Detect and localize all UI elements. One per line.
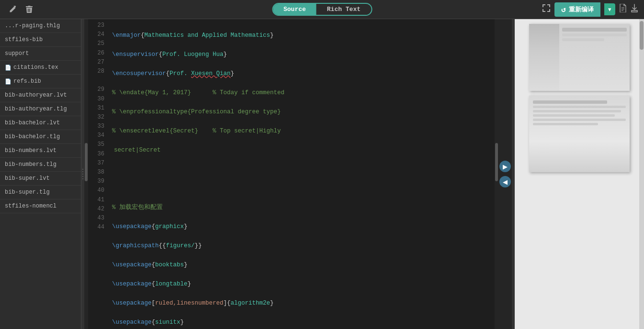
- document-button[interactable]: [619, 4, 627, 15]
- code-line-35: \usepackage{longtable}: [112, 279, 491, 289]
- code-line-37: \usepackage{siunitx}: [112, 318, 491, 327]
- code-line-24: \ensupervisor{Prof. Luogeng Hua}: [112, 50, 491, 59]
- top-bar-right-actions: ↺ 重新编译 ▾: [542, 2, 644, 17]
- sidebar-item-11[interactable]: bib-super.lvt: [0, 172, 81, 186]
- preview-scrollbar[interactable]: [639, 19, 644, 329]
- right-scroll-thumb: [495, 143, 498, 181]
- preview-line-3: [562, 38, 604, 41]
- preview-right-col: [559, 24, 630, 91]
- sidebar-item-10[interactable]: bib-numbers.tlg: [0, 158, 81, 172]
- sidebar-item-9[interactable]: bib-numbers.lvt: [0, 144, 81, 158]
- code-line-31: % 加载宏包和配置: [112, 203, 491, 212]
- sidebar-item-3[interactable]: 📄 citations.tex: [0, 61, 81, 75]
- sidebar-label: citations.tex: [13, 64, 58, 71]
- edit-button[interactable]: [7, 4, 18, 15]
- sidebar-item-1[interactable]: stfiles-bib: [0, 33, 81, 47]
- left-scroll-thumb: [85, 143, 88, 181]
- navigate-right-button[interactable]: ▶: [499, 161, 511, 172]
- preview-page-1: [529, 24, 630, 91]
- code-line-34: \usepackage{booktabs}: [112, 260, 491, 270]
- preview-line-2: [562, 33, 627, 36]
- preview-page-2: [529, 96, 630, 172]
- sidebar-item-7[interactable]: bib-bachelor.lvt: [0, 116, 81, 130]
- line-numbers: 23 24 25 26 27 28 29 30 31 32 33 34 35 3…: [88, 19, 108, 329]
- editor-scroll-area[interactable]: 23 24 25 26 27 28 29 30 31 32 33 34 35 3…: [84, 19, 498, 329]
- sidebar-item-6[interactable]: bib-authoryear.tlg: [0, 102, 81, 116]
- code-line-33: \graphicspath{{figures/}}: [112, 241, 491, 251]
- preview-text-line-2: [533, 106, 626, 108]
- right-scroll-strip: [495, 19, 498, 329]
- code-line-28a: % \ensecretlevel{Secret} % Top secret|Hi…: [112, 126, 491, 136]
- code-line-36: \usepackage[ruled,linesnumbered]{algorit…: [112, 298, 491, 308]
- sidebar-item-4[interactable]: 📄 refs.bib: [0, 75, 81, 88]
- retranslate-button[interactable]: ↺ 重新编译: [554, 2, 600, 17]
- delete-button[interactable]: [24, 4, 34, 15]
- retranslate-icon: ↺: [561, 5, 566, 14]
- top-bar-left-actions: [0, 4, 34, 15]
- sidebar-label: refs.bib: [13, 78, 41, 85]
- preview-line-1: [562, 28, 627, 32]
- left-scroll-strip: [84, 19, 88, 329]
- sidebar-item-2[interactable]: support: [0, 47, 81, 61]
- sidebar-item-12[interactable]: bib-super.tlg: [0, 186, 81, 199]
- code-line-32: \usepackage{graphicx}: [112, 222, 491, 231]
- source-tab[interactable]: Source: [273, 4, 316, 15]
- code-line-26: % \endate{May 1, 2017} % Today if commen…: [112, 88, 491, 98]
- code-line-27: % \enprofessionaltype{Professional degre…: [112, 107, 491, 117]
- main-content: ...r-paging.thlg stfiles-bib support 📄 c…: [0, 19, 644, 329]
- file-icon: 📄: [5, 65, 11, 71]
- file-icon: 📄: [5, 78, 11, 85]
- code-line-23: \enmajor{Mathematics and Applied Mathema…: [112, 31, 491, 40]
- resize-dots: [82, 169, 83, 179]
- code-line-28b: secret|Secret: [112, 145, 491, 155]
- expand-button[interactable]: [542, 4, 551, 15]
- preview-text-line-1: [533, 100, 607, 104]
- navigate-left-button[interactable]: ◀: [499, 176, 511, 187]
- preview-text-line-4: [533, 114, 615, 117]
- preview-content: [515, 19, 644, 329]
- code-line-29: [112, 164, 491, 174]
- sidebar-item-0[interactable]: ...r-paging.thlg: [0, 19, 81, 33]
- sidebar-item-8[interactable]: bib-bachelor.tlg: [0, 130, 81, 144]
- code-line-30: [112, 184, 491, 193]
- sidebar-item-13[interactable]: stfiles-nomencl: [0, 199, 81, 213]
- preview-scroll-thumb: [640, 21, 644, 50]
- preview-text-line-6: [533, 123, 598, 125]
- preview-page-2-content: [529, 96, 630, 172]
- middle-nav-arrows: ▶ ◀: [498, 19, 512, 329]
- file-sidebar: ...r-paging.thlg stfiles-bib support 📄 c…: [0, 19, 81, 329]
- source-editor: 23 24 25 26 27 28 29 30 31 32 33 34 35 3…: [84, 19, 498, 329]
- retranslate-label: 重新编译: [569, 5, 594, 14]
- code-editor-content[interactable]: \enmajor{Mathematics and Applied Mathema…: [108, 19, 495, 329]
- preview-page-1-content: [529, 24, 630, 91]
- sidebar-item-5[interactable]: bib-authoryear.lvt: [0, 88, 81, 102]
- download-button[interactable]: [631, 4, 638, 15]
- source-richtext-toggle: Source Rich Text: [272, 3, 372, 16]
- preview-panel: [515, 19, 644, 329]
- code-line-25: \encosupervisor{Prof. Xuesen Qian}: [112, 69, 491, 78]
- preview-text-line-5: [533, 119, 626, 121]
- richtext-tab[interactable]: Rich Text: [316, 4, 371, 15]
- top-bar: Source Rich Text ↺ 重新编译 ▾: [0, 0, 644, 19]
- preview-left-col: [529, 24, 559, 91]
- retranslate-dropdown[interactable]: ▾: [604, 3, 615, 15]
- preview-text-line-3: [533, 110, 621, 112]
